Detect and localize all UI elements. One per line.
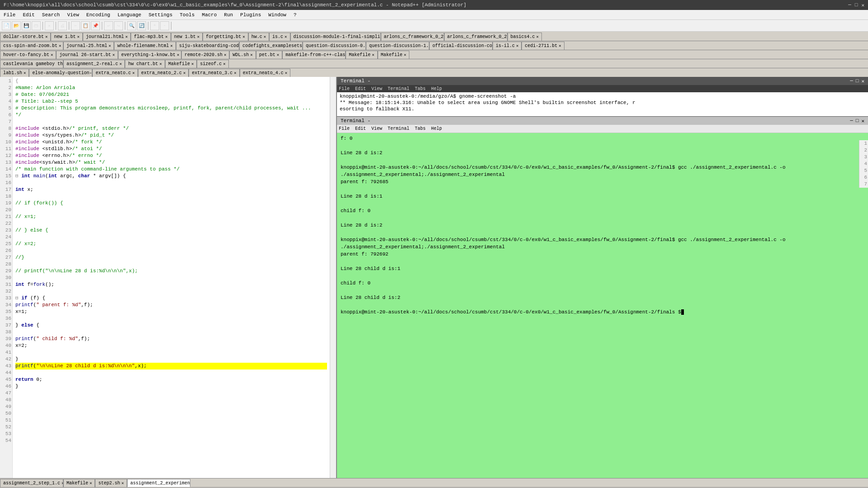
- replace-btn[interactable]: 🔄: [137, 21, 146, 30]
- menu-view[interactable]: View: [63, 11, 82, 19]
- tab-dollar-store[interactable]: dollar-store.bt ✕: [0, 33, 51, 41]
- tab-pet[interactable]: pet.bt ✕: [256, 51, 282, 59]
- menu-macro[interactable]: Macro: [198, 11, 220, 19]
- close-btn[interactable]: ✕: [45, 21, 54, 30]
- close-icon[interactable]: ✕: [223, 62, 225, 66]
- term-main-close[interactable]: ✕: [861, 118, 864, 124]
- close-icon[interactable]: ✕: [277, 52, 279, 57]
- terminal-close[interactable]: ✕: [861, 78, 864, 84]
- close-icon[interactable]: ✕: [224, 52, 226, 57]
- term-main-menu-help[interactable]: Help: [431, 126, 442, 131]
- tab-new1b[interactable]: new 1.bt ✕: [171, 33, 203, 41]
- save-btn[interactable]: 💾: [22, 21, 31, 30]
- tab-codefights[interactable]: codefights_examplesets_0.c ✕: [239, 42, 303, 50]
- window-controls[interactable]: ─ □ ✕: [848, 2, 864, 8]
- minimize-button[interactable]: ─: [848, 2, 851, 8]
- tab-css-spin[interactable]: css-spin-and-zoom.bt ✕: [0, 42, 63, 50]
- tab-question-disc1[interactable]: question-discussion-1.html ✕: [366, 42, 429, 50]
- close-icon[interactable]: ✕: [159, 62, 161, 66]
- menu-tools[interactable]: Tools: [176, 11, 198, 19]
- tab-question-disc0[interactable]: question-discussion-0.html ✕: [303, 42, 366, 50]
- tab-extra-neato3[interactable]: extra_neato_3.c ✕: [189, 69, 239, 77]
- tab-castlevania[interactable]: castlevania gameboy the adventure comple…: [0, 60, 63, 68]
- tab-flac-mp3[interactable]: flac-mp3.bt ✕: [131, 33, 171, 41]
- undo-btn[interactable]: ↩: [104, 21, 113, 30]
- close-icon[interactable]: ✕: [125, 34, 128, 39]
- menu-window[interactable]: Window: [265, 11, 290, 19]
- close-icon[interactable]: ✕: [536, 34, 539, 39]
- tab-official-disc[interactable]: official-discussion-comment-2.html ✕: [429, 42, 493, 50]
- tab-basics4[interactable]: basics4.c ✕: [508, 33, 542, 41]
- tab-new1[interactable]: new 1.bt ✕: [51, 33, 82, 41]
- terminal-main-controls[interactable]: ─ □ ✕: [850, 118, 864, 124]
- tab-else-anomaly[interactable]: else-anomaly-question-finalization-idea.…: [29, 69, 92, 77]
- close-icon[interactable]: ✕: [372, 52, 374, 57]
- tab-journal21[interactable]: journal21.html ✕: [83, 33, 131, 41]
- print-btn[interactable]: 🖨: [58, 21, 67, 30]
- close-icon[interactable]: ✕: [77, 34, 79, 39]
- term-menu-help[interactable]: Help: [431, 86, 442, 91]
- term-menu-terminal[interactable]: Terminal: [388, 86, 409, 91]
- tab-hw-c[interactable]: hw.c ✕: [248, 33, 269, 41]
- tab-journal25[interactable]: journal-25.html ✕: [63, 42, 114, 50]
- term-menu-file[interactable]: File: [339, 86, 350, 91]
- terminal-restore[interactable]: □: [856, 78, 859, 84]
- close-icon[interactable]: ✕: [250, 52, 252, 57]
- close-icon[interactable]: ✕: [24, 71, 26, 76]
- close-icon[interactable]: ✕: [264, 34, 266, 39]
- tab-arlons1[interactable]: arlons_c_framework_0_20210... ✕: [381, 33, 444, 41]
- tab-whole-filename[interactable]: whole-filename.html ✕: [114, 42, 175, 50]
- term-main-minimize[interactable]: ─: [850, 118, 853, 124]
- tab-hw-chart[interactable]: hw chart.bt ✕: [125, 60, 165, 68]
- term-menu-edit[interactable]: Edit: [355, 86, 366, 91]
- close-icon[interactable]: ✕: [119, 62, 122, 66]
- tab-wdl[interactable]: WDL.sh ✕: [229, 51, 256, 59]
- bottom-tab-assignment-exp[interactable]: assignment_2_experimental.c ✕: [127, 479, 190, 487]
- terminal-controls[interactable]: ─ □ ✕: [850, 78, 864, 84]
- close-icon[interactable]: ✕: [45, 34, 47, 39]
- close-icon[interactable]: ✕: [59, 43, 61, 48]
- tab-extra-neato4[interactable]: extra_neato_4.c ✕: [240, 69, 290, 77]
- new-file-btn[interactable]: 📄: [2, 21, 11, 30]
- cut-btn[interactable]: ✂: [71, 21, 80, 30]
- tab-remote2020[interactable]: remote-2020.sh ✕: [181, 51, 229, 59]
- tab-makefile3[interactable]: Makefile ✕: [165, 60, 197, 68]
- tab-makefile1[interactable]: Makefile ✕: [346, 51, 377, 59]
- close-icon[interactable]: ✕: [285, 71, 287, 76]
- menu-search[interactable]: Search: [38, 11, 64, 19]
- find-btn[interactable]: 🔍: [127, 21, 136, 30]
- close-icon[interactable]: ✕: [516, 43, 518, 48]
- close-icon[interactable]: ✕: [177, 52, 179, 57]
- tab-assignment2-real[interactable]: assignment_2-real.c ✕: [63, 60, 125, 68]
- zoom-out-btn[interactable]: -: [160, 21, 169, 30]
- tab-makefile-cpp[interactable]: makefile-from-c++-class-example.bt ✕: [282, 51, 346, 59]
- tab-journal26[interactable]: journal 26-start.bt ✕: [56, 51, 118, 59]
- tab-forgetting[interactable]: forgetting.bt ✕: [203, 33, 248, 41]
- tab-arlons2[interactable]: arlons_c_framework_0_20210... ✕: [444, 33, 508, 41]
- close-icon[interactable]: ✕: [112, 52, 114, 57]
- bottom-tab-step2[interactable]: step2.sh ✕: [95, 479, 127, 487]
- close-button[interactable]: ✕: [861, 2, 864, 8]
- term-main-menu-view[interactable]: View: [371, 126, 382, 131]
- close-icon[interactable]: ✕: [121, 481, 123, 486]
- close-icon[interactable]: ✕: [404, 52, 406, 57]
- tab-extra-neato2[interactable]: extra_neato_2.c ✕: [138, 69, 189, 77]
- term-main-menu-terminal[interactable]: Terminal: [388, 126, 409, 131]
- menu-help[interactable]: ?: [290, 11, 300, 19]
- tab-makefile2[interactable]: Makefile ✕: [378, 51, 409, 59]
- close-icon[interactable]: ✕: [285, 34, 287, 39]
- tab-is-il[interactable]: is-il.c ✕: [493, 42, 522, 50]
- menu-edit[interactable]: Edit: [19, 11, 38, 19]
- close-icon[interactable]: ✕: [234, 71, 236, 76]
- close-icon[interactable]: ✕: [559, 43, 561, 48]
- close-icon[interactable]: ✕: [170, 43, 172, 48]
- close-icon[interactable]: ✕: [197, 34, 199, 39]
- open-btn[interactable]: 📂: [12, 21, 21, 30]
- close-icon[interactable]: ✕: [183, 71, 185, 76]
- terminal-minimize[interactable]: ─: [850, 78, 853, 84]
- paste-btn[interactable]: 📌: [91, 21, 100, 30]
- tab-sizeof[interactable]: sizeof.c ✕: [197, 60, 228, 68]
- close-icon[interactable]: ✕: [109, 43, 111, 48]
- menu-file[interactable]: File: [0, 11, 19, 19]
- copy-btn[interactable]: 📋: [81, 21, 90, 30]
